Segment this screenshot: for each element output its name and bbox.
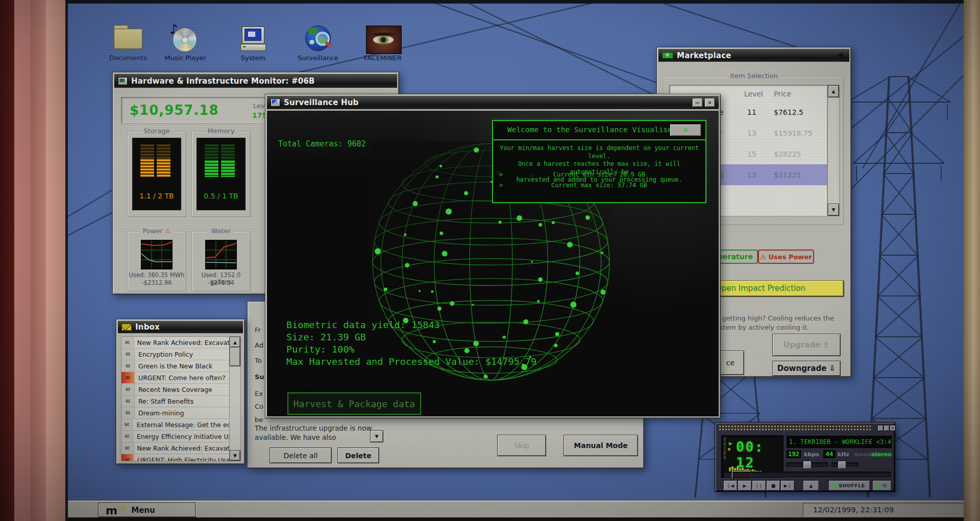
player-minimize-button[interactable] [877,425,884,431]
envelope-icon: ✉ [121,431,133,442]
inbox-item[interactable]: ✉New Rank Achieved: Excavato... [121,337,230,349]
power-used: Used: 380.35 MWh [128,271,186,279]
camera-dot [472,304,474,306]
inbox-titlebar[interactable]: Inbox [118,321,243,333]
marketplace-titlebar[interactable]: Marketplace [658,49,849,62]
desktop-icon-surveillance[interactable]: Surveillance [287,22,349,30]
volume-slider-handle[interactable] [803,461,812,469]
camera-dot [538,277,543,282]
memory-value: 0.5 / 1 TB [197,192,245,200]
camera-dot [585,215,590,220]
window-title: Surveillance Hub [284,98,359,107]
inbox-item-subject: URGENT: Come here often? [135,374,226,382]
eject-button[interactable]: ▲ [803,480,819,491]
taskbar: mOS Menu 12/02/1999, 22:31:09 [66,500,980,518]
close-button[interactable]: ✕ [704,98,715,107]
delete-button[interactable]: Delete [337,448,379,463]
mail-body-line: The infrastructure upgrade is now [255,424,372,432]
surveillance-titlebar[interactable]: Surveillance Hub — ✕ [267,96,719,109]
player-close-button[interactable]: ✕ [890,425,896,431]
downgrade-button[interactable]: Downgrade ⇩ [772,361,841,376]
market-scrollbar[interactable]: ▲ ▼ [827,85,840,216]
camera-dot [570,302,576,308]
stop-button[interactable]: ■ [766,480,780,491]
seek-handle[interactable] [731,470,751,479]
camera-dot [499,220,502,224]
scroll-down-button[interactable]: ▼ [230,450,240,461]
level-label: Lev [253,102,265,110]
player-titlebar[interactable] [719,426,872,430]
skip-button[interactable]: Skip [497,435,546,456]
minimize-button[interactable]: — [692,98,703,107]
harvest-package-button[interactable]: Harvest & Package data [287,392,421,415]
inbox-item[interactable]: ✉Dream-mining [121,407,230,419]
inbox-item[interactable]: ✉Recent News Coverage [121,384,230,395]
manual-mode-button[interactable]: Manual Mode [564,435,638,456]
inbox-item-subject: URGENT: High Electricity Usage [134,456,230,462]
hardware-monitor-titlebar[interactable]: Hardware & Infrastructure Monitor: #06B [114,74,397,88]
scroll-down-button[interactable]: ▼ [828,204,839,216]
previous-button[interactable]: ❘◀ [723,480,738,491]
menu-button[interactable]: mOS Menu [98,503,196,517]
desktop-icon-music-player[interactable]: ♪ Music Player [155,22,216,30]
market-cell-level: 11 [747,108,756,116]
item-description: gs getting high? Cooling reduces the sys… [712,314,840,332]
mail-field-fragment: Ex [255,390,263,398]
market-cell-level: 15 [747,150,756,158]
track-display[interactable]: 1. TEKRIDER - WORKLIFE <3:48> [787,436,892,448]
bitrate-value: 192 [787,450,801,458]
play-button[interactable]: ▶ [738,480,752,491]
music-player-window[interactable]: ✕ OAIDV ▶ 00: 12 1. TEKRIDER - WORKLIFE … [715,422,895,492]
menu-label: Menu [131,506,155,515]
inbox-scrollbar[interactable]: ▲ ▼ [229,336,241,461]
desktop-icon-system[interactable]: System [223,22,284,30]
delete-all-button[interactable]: Delete all [270,448,332,463]
storage-label: Storage [141,127,173,135]
inbox-item[interactable]: ✉Encryption Policy [121,349,230,360]
inbox-item[interactable]: ✉New Rank Achieved: Excavato... [121,442,230,454]
track-title: 1. TEKRIDER - WORKLIFE <3:48> [789,438,892,445]
camera-dot [517,215,522,221]
clutterbar[interactable]: OAIDV [723,437,727,460]
inbox-item[interactable]: ✉URGENT: High Electricity Usage [121,454,230,461]
speaker-icon[interactable] [838,52,846,59]
open-impact-prediction-button[interactable]: Open Impact Prediction [708,280,844,296]
scroll-up-button[interactable]: ▲ [828,85,839,97]
taskbar-divider [195,502,196,516]
cd-icon: ♪ [172,26,198,52]
inbox-window[interactable]: Inbox ✉New Rank Achieved: Excavato...✉En… [116,319,245,464]
scroll-up-button[interactable]: ▲ [230,337,240,348]
desktop-icon-documents[interactable]: Documents [97,22,159,30]
surveillance-hub-window[interactable]: Surveillance Hub — ✕ Total Cameras: 9602… [265,94,721,418]
balance-slider-handle[interactable] [838,461,846,469]
repeat-led [877,484,880,487]
player-shade-button[interactable] [884,425,890,431]
market-cell-price: $7612.5 [774,108,803,116]
welcome-close-button[interactable]: ✕ [670,124,701,136]
mail-dropdown-button[interactable]: ▼ [370,430,383,442]
icon-label: Documents [97,54,159,62]
envelope-icon: ✉ [121,384,135,395]
inbox-item[interactable]: ✉External Message: Get the edge... [121,419,230,431]
bitrate-unit: kbps [804,451,819,458]
camera-dot [531,261,533,263]
pause-button[interactable]: ❘❘ [752,480,766,491]
camera-dot [437,307,442,311]
clock-tray[interactable]: 12/02/1999, 22:31:09 [802,503,980,517]
inbox-item[interactable]: ✉Green is the New Black [121,360,230,372]
desktop-icon-faceminer[interactable]: FACEMINER [352,22,413,30]
storage-value: 1.1 / 2 TB [133,192,181,200]
next-button[interactable]: ▶❘ [780,480,795,491]
inbox-item[interactable]: ✉Re: Staff Benefits [121,395,230,407]
icon-label: System [223,54,284,62]
monitor-icon [271,98,280,107]
camera-dot [555,332,559,336]
inbox-item[interactable]: ✉Energy Efficiency Initiative Upd... [121,431,230,442]
inbox-item[interactable]: ✉URGENT: Come here often? [121,372,230,384]
scrollbar-thumb[interactable] [230,347,240,366]
repeat-button[interactable]: ⟲ [872,480,892,491]
icon-label: FACEMINER [352,54,413,62]
computer-icon [118,77,128,85]
upgrade-button[interactable]: Upgrade ⇧ [772,334,841,356]
shuffle-button[interactable]: SHUFFLE [828,480,870,491]
